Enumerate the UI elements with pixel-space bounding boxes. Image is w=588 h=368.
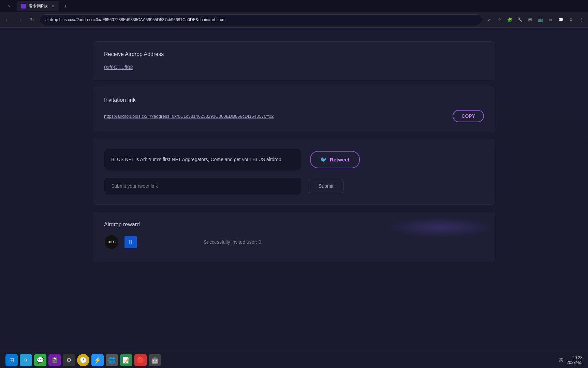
reward-count: 0	[124, 236, 137, 248]
wechat-icon[interactable]: 💬	[34, 354, 46, 366]
time-display: 20:23	[567, 355, 583, 360]
app5-icon[interactable]: ⚙	[63, 354, 75, 366]
reload-button[interactable]: ↻	[27, 15, 37, 25]
app9-icon[interactable]: 📝	[120, 354, 132, 366]
extension-icon-1[interactable]: 🧩	[505, 16, 514, 24]
extension-icon-6[interactable]: 💬	[557, 16, 565, 24]
retweet-card: BLUS NFT is Arbitrum's first NFT Aggrega…	[93, 139, 495, 205]
forward-button[interactable]: →	[15, 15, 25, 25]
invitation-url[interactable]: https://airdrop.blus.cc/#/?address=0xf6C…	[104, 114, 446, 119]
clock-icon[interactable]: 🕐	[77, 354, 89, 366]
invitation-title: Invitation link	[104, 97, 484, 103]
airdrop-address-value[interactable]: 0xf6C1...ff02	[104, 64, 133, 70]
browser-chrome: ✕ 发卡网P款 ✕ + ← → ↻ ↗ ☆ 🧩 🔧 🎮 📺 ∞ 💬 ⚙ ⋮	[0, 0, 588, 28]
app10-icon[interactable]: 🔴	[134, 354, 147, 366]
taskbar-right: 英 20:23 2023/4/5	[559, 355, 583, 365]
menu-button[interactable]: ⋮	[577, 16, 585, 24]
system-tray: 英	[559, 357, 563, 363]
tweet-link-input[interactable]	[104, 177, 302, 195]
submit-row: Submit	[104, 177, 484, 195]
taskbar-left: ⊞ ✈ 💬 📓 ⚙ 🕐 ⚡ 🌐 📝 🔴 🤖	[5, 354, 161, 366]
main-content: Receive Airdrop Address 0xf6C1...ff02 In…	[72, 34, 516, 269]
submit-button[interactable]: Submit	[309, 179, 343, 193]
extension-icon-2[interactable]: 🔧	[516, 16, 524, 24]
bookmark-icon[interactable]: ☆	[495, 16, 503, 24]
twitter-icon: 🐦	[320, 156, 327, 163]
taskbar: ⊞ ✈ 💬 📓 ⚙ 🕐 ⚡ 🌐 📝 🔴 🤖 英 20:23 2023/4/5	[0, 352, 588, 368]
extension-icon-7[interactable]: ⚙	[567, 16, 575, 24]
retweet-row: BLUS NFT is Arbitrum's first NFT Aggrega…	[104, 149, 484, 170]
tab-2-favicon	[21, 4, 26, 9]
invitation-card: Invitation link https://airdrop.blus.cc/…	[93, 87, 495, 132]
tab-2[interactable]: 发卡网P款 ✕	[17, 1, 59, 11]
airdrop-address-card: Receive Airdrop Address 0xf6C1...ff02	[93, 41, 495, 80]
app11-icon[interactable]: 🤖	[149, 354, 161, 366]
back-button[interactable]: ←	[3, 15, 12, 25]
taskbar-time: 20:23 2023/4/5	[567, 355, 583, 365]
retweet-label: Retweet	[330, 157, 350, 162]
tab-2-label: 发卡网P款	[29, 3, 48, 9]
address-input[interactable]	[40, 14, 482, 25]
reward-row: BLUS 0 Successfully invited user: 0	[104, 235, 484, 250]
telegram-icon[interactable]: ✈	[20, 354, 32, 366]
app7-icon[interactable]: ⚡	[91, 354, 104, 366]
airdrop-reward-title: Airdrop reward	[104, 222, 484, 228]
extension-icon-3[interactable]: 🎮	[526, 16, 534, 24]
extension-icon-5[interactable]: ∞	[546, 16, 555, 24]
tab-1-close[interactable]: ✕	[7, 4, 12, 9]
address-bar: ← → ↻ ↗ ☆ 🧩 🔧 🎮 📺 ∞ 💬 ⚙ ⋮	[0, 12, 588, 27]
copy-button[interactable]: COPY	[453, 110, 484, 122]
windows-icon[interactable]: ⊞	[5, 354, 18, 366]
airdrop-address-title: Receive Airdrop Address	[104, 51, 484, 57]
date-display: 2023/4/5	[567, 360, 583, 365]
share-icon[interactable]: ↗	[485, 16, 493, 24]
app8-icon[interactable]: 🌐	[106, 354, 118, 366]
onenote-icon[interactable]: 📓	[48, 354, 61, 366]
new-tab-button[interactable]: +	[61, 1, 70, 11]
tweet-message-box: BLUS NFT is Arbitrum's first NFT Aggrega…	[104, 149, 302, 170]
tab-bar: ✕ 发卡网P款 ✕ +	[0, 0, 588, 12]
tray-language: 英	[559, 357, 563, 363]
extension-icon-4[interactable]: 📺	[536, 16, 544, 24]
airdrop-reward-card: Airdrop reward BLUS 0 Successfully invit…	[93, 212, 495, 262]
toolbar-icons: ↗ ☆ 🧩 🔧 🎮 📺 ∞ 💬 ⚙ ⋮	[485, 16, 585, 24]
invitation-row: https://airdrop.blus.cc/#/?address=0xf6C…	[104, 110, 484, 122]
tab-2-close[interactable]: ✕	[50, 4, 55, 9]
tab-1[interactable]: ✕	[3, 1, 16, 11]
retweet-button[interactable]: 🐦 Retweet	[310, 151, 360, 168]
blus-logo: BLUS	[104, 235, 119, 250]
invited-text: Successfully invited user: 0	[204, 239, 261, 245]
